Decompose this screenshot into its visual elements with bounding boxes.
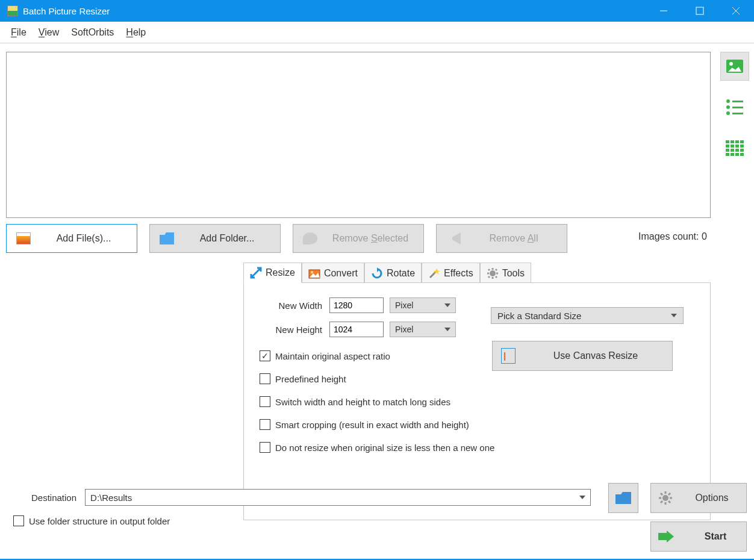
app-icon <box>7 5 18 16</box>
tools-icon <box>487 267 499 279</box>
view-mode-bar <box>720 52 749 163</box>
options-button[interactable]: Options <box>650 483 747 513</box>
standard-size-value: Pick a Standard Size <box>497 311 581 321</box>
tab-convert-label: Convert <box>324 268 358 279</box>
tab-resize[interactable]: Resize <box>243 263 302 283</box>
tab-tools[interactable]: Tools <box>480 263 531 283</box>
start-label: Start <box>692 531 739 542</box>
canvas-resize-button[interactable]: Use Canvas Resize <box>492 341 673 371</box>
svg-line-21 <box>668 501 670 503</box>
resize-icon <box>250 267 262 279</box>
window-title: Batch Picture Resizer <box>23 6 110 16</box>
width-unit-select[interactable]: Pixel <box>390 297 456 313</box>
menu-file[interactable]: File <box>5 25 33 40</box>
standard-size-select[interactable]: Pick a Standard Size <box>491 307 684 324</box>
tabstrip: Resize Convert Rotate Effects Tools <box>243 263 531 283</box>
folder-structure-checkbox[interactable]: Use folder structure in output folder <box>13 515 170 526</box>
effects-icon <box>428 267 440 279</box>
eraser-icon <box>303 232 317 244</box>
view-details-button[interactable] <box>720 134 749 163</box>
start-button[interactable]: Start <box>650 521 747 552</box>
destination-select[interactable]: D:\Results <box>85 489 591 506</box>
browse-destination-button[interactable] <box>608 483 638 513</box>
maintain-aspect-label: Maintain original aspect ratio <box>275 351 390 361</box>
remove-selected-button[interactable]: Remove Selected <box>293 224 424 253</box>
height-unit-select[interactable]: Pixel <box>390 322 456 337</box>
chevron-down-icon <box>671 314 677 317</box>
canvas-resize-label: Use Canvas Resize <box>528 350 664 361</box>
add-files-button[interactable]: Add File(s)... <box>6 224 137 253</box>
checkbox-icon <box>260 442 270 453</box>
menu-view[interactable]: View <box>33 25 65 40</box>
tab-effects[interactable]: Effects <box>422 263 480 283</box>
add-folder-button[interactable]: Add Folder... <box>149 224 281 253</box>
checkbox-icon <box>260 373 270 384</box>
new-height-input[interactable] <box>329 322 384 337</box>
menu-help[interactable]: Help <box>120 25 152 40</box>
new-height-label: New Height <box>256 325 322 335</box>
file-list <box>6 260 235 520</box>
destination-row: Destination D:\Results <box>31 489 591 506</box>
svg-line-14 <box>488 276 490 278</box>
svg-line-22 <box>668 493 670 495</box>
file-icon <box>16 232 31 244</box>
close-button[interactable] <box>718 0 754 22</box>
view-thumbnails-button[interactable] <box>720 52 749 81</box>
tab-resize-label: Resize <box>266 267 295 278</box>
checkbox-icon <box>260 419 270 430</box>
minimize-button[interactable] <box>646 0 682 22</box>
checkbox-icon <box>260 396 270 407</box>
remove-all-label: Remove All <box>470 233 557 244</box>
images-count: Images count: 0 <box>638 231 707 242</box>
convert-icon <box>308 267 320 279</box>
list-icon <box>726 99 743 115</box>
smart-crop-label: Smart cropping (result in exact width an… <box>275 420 469 430</box>
tab-convert[interactable]: Convert <box>302 263 364 283</box>
folder-open-icon <box>615 492 631 504</box>
thumbnail-icon <box>726 60 743 73</box>
new-width-input[interactable] <box>329 297 384 313</box>
remove-all-button[interactable]: Remove All <box>436 224 567 253</box>
switch-wh-label: Switch width and height to match long si… <box>275 397 450 407</box>
tab-effects-label: Effects <box>444 268 473 279</box>
svg-rect-1 <box>696 7 703 14</box>
no-upscale-label: Do not resize when original size is less… <box>275 443 494 453</box>
smart-crop-checkbox[interactable]: Smart cropping (result in exact width an… <box>260 419 698 430</box>
switch-wh-checkbox[interactable]: Switch width and height to match long si… <box>260 396 698 407</box>
arrow-left-icon <box>446 232 461 244</box>
file-toolbar: Add File(s)... Add Folder... Remove Sele… <box>6 224 567 253</box>
destination-value: D:\Results <box>90 493 132 503</box>
canvas-icon <box>501 348 516 364</box>
view-list-button[interactable] <box>720 93 749 122</box>
remove-selected-label: Remove Selected <box>327 233 414 244</box>
resize-panel: New Width Pixel New Height Pixel Pick a … <box>243 282 711 520</box>
svg-line-20 <box>661 493 662 495</box>
titlebar: Batch Picture Resizer <box>0 0 754 22</box>
add-folder-label: Add Folder... <box>184 233 270 244</box>
gear-icon <box>658 491 673 505</box>
no-upscale-checkbox[interactable]: Do not resize when original size is less… <box>260 442 698 453</box>
folder-icon <box>160 232 174 244</box>
predefined-height-checkbox[interactable]: Predefined height <box>260 373 698 384</box>
maximize-button[interactable] <box>682 0 718 22</box>
svg-line-23 <box>661 501 662 503</box>
menubar: File View SoftOrbits Help <box>0 22 754 43</box>
checkbox-icon <box>260 350 270 361</box>
tab-rotate[interactable]: Rotate <box>364 263 422 283</box>
tab-rotate-label: Rotate <box>387 268 415 279</box>
svg-line-12 <box>496 276 497 278</box>
rotate-icon <box>371 267 383 279</box>
arrow-right-icon <box>658 530 673 543</box>
grid-icon <box>726 140 744 156</box>
menu-softorbits[interactable]: SoftOrbits <box>65 25 120 40</box>
svg-line-11 <box>488 269 490 270</box>
options-label: Options <box>685 493 739 503</box>
preview-area <box>6 52 711 218</box>
width-unit-value: Pixel <box>395 300 413 310</box>
svg-line-13 <box>496 269 497 270</box>
chevron-down-icon <box>444 328 450 331</box>
tab-tools-label: Tools <box>502 268 525 279</box>
svg-point-15 <box>662 495 668 501</box>
new-width-label: New Width <box>256 300 322 311</box>
height-unit-value: Pixel <box>395 325 413 334</box>
